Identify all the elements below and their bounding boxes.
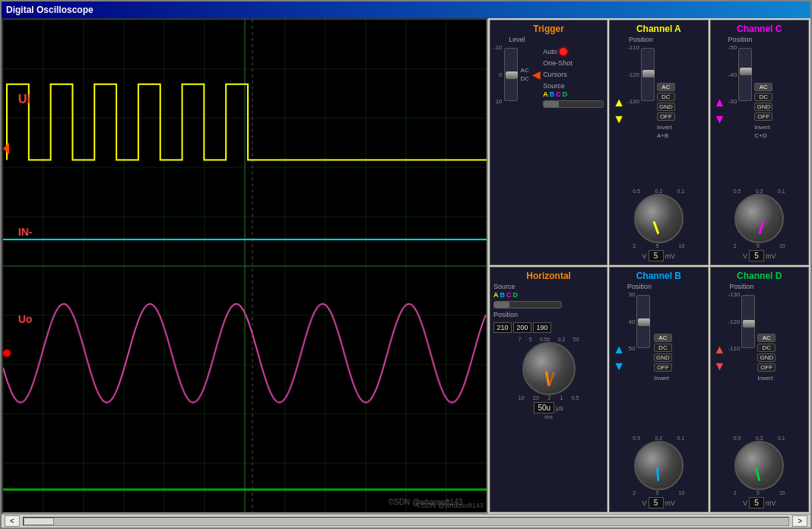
ch-a-slider[interactable]: [641, 48, 655, 101]
horiz-knob-value[interactable]: 50u: [534, 402, 554, 413]
ch-b-gnd[interactable]: GND: [654, 353, 672, 362]
ch-d-invert[interactable]: Invert: [757, 375, 776, 382]
ch-d-01: 0.1: [778, 436, 785, 441]
ch-d-arrow-down[interactable]: ▼: [714, 360, 726, 373]
trigger-source-scroll[interactable]: [543, 100, 604, 108]
ch-c-position: Position -50 -40 -30: [728, 36, 752, 185]
ch-d-knob-value[interactable]: 5: [749, 497, 764, 508]
horiz-src-b[interactable]: B: [500, 291, 506, 299]
ch-c-knob[interactable]: [734, 194, 784, 243]
ch-a-arrow-up[interactable]: ▲: [613, 96, 625, 109]
trigger-title: Trigger: [493, 24, 604, 34]
ch-d-dc[interactable]: DC: [757, 344, 776, 352]
ch-d-10: 10: [779, 490, 785, 496]
ch-d-slider-knob[interactable]: [743, 320, 755, 328]
ch-d-coupling: AC DC GND OFF Invert: [757, 283, 776, 432]
src-c[interactable]: C: [556, 90, 561, 98]
ch-c-gnd[interactable]: GND: [754, 103, 772, 111]
channel-b-section: Channel B ▲ ▼ Position 30 40 50: [609, 267, 708, 512]
ch-b-ac[interactable]: AC: [654, 334, 672, 342]
ch-c-cpd[interactable]: C+D: [754, 132, 772, 139]
ch-d-arrow-up[interactable]: ▲: [714, 343, 726, 356]
ch-b-off[interactable]: OFF: [654, 363, 672, 372]
channel-c-section: Channel C ▲ ▼ Position -50 -40 -30: [710, 20, 809, 265]
h-7: 7: [519, 337, 522, 342]
ch-a-arrow-down[interactable]: ▼: [613, 112, 625, 126]
bottom-scrollbar[interactable]: [23, 517, 789, 526]
ch-c-off[interactable]: OFF: [754, 112, 772, 121]
ch-d-knob[interactable]: [734, 441, 784, 490]
ch-d-gnd[interactable]: GND: [757, 353, 776, 362]
ch-b-arrow-down[interactable]: ▼: [613, 360, 625, 373]
ac-label[interactable]: AC: [521, 67, 530, 74]
ch-a-ac[interactable]: AC: [657, 83, 675, 91]
tick-mid: 0: [493, 71, 503, 78]
ch-a-dc[interactable]: DC: [657, 93, 675, 101]
scroll-right-btn[interactable]: >: [792, 515, 807, 527]
tick-bot: 10: [493, 98, 503, 105]
watermark: ©SDN @whaosoft143: [417, 502, 484, 509]
ch-b-5: 5: [655, 490, 658, 496]
trigger-section: Trigger Level -10 0 10: [490, 20, 607, 265]
ch-a-off[interactable]: OFF: [657, 112, 675, 121]
horiz-pos-2[interactable]: 190: [533, 322, 551, 333]
horiz-scroll-thumb: [494, 302, 509, 308]
trigger-buttons: Auto One-Shot Cursors Source: [543, 48, 604, 108]
h-5: 5: [529, 337, 532, 342]
ch-c-invert[interactable]: Invert: [754, 124, 772, 131]
ch-b-arrow-up[interactable]: ▲: [613, 343, 625, 356]
ch-b-dc[interactable]: DC: [654, 344, 672, 352]
ch-a-apb[interactable]: A+B: [657, 132, 675, 139]
channel-b-controls: ▲ ▼ Position 30 40 50: [613, 283, 704, 432]
horiz-knob-bot: 10 20 2 1 0.5: [519, 395, 579, 401]
src-d[interactable]: D: [563, 90, 568, 98]
horiz-unit: μs: [556, 404, 563, 412]
ch-b-slider[interactable]: [636, 295, 650, 348]
horiz-source-scroll[interactable]: [493, 301, 562, 309]
trigger-controls: Level -10 0 10: [493, 36, 604, 261]
bottom-bar: < >: [2, 514, 810, 527]
ch-c-ac[interactable]: AC: [754, 83, 772, 91]
ch-d-slider[interactable]: [741, 295, 755, 348]
ch-b-slider-knob[interactable]: [638, 318, 650, 326]
auto-led[interactable]: [560, 48, 567, 55]
tick-top: -10: [493, 44, 503, 51]
src-b[interactable]: B: [550, 90, 555, 98]
horiz-src-d[interactable]: D: [513, 291, 519, 299]
ch-b-pos-ctrl: 30 40 50: [629, 291, 651, 352]
ch-c-slider-knob[interactable]: [740, 68, 752, 75]
ch-a-knob-value[interactable]: 5: [649, 250, 664, 261]
ch-b-02: 0.2: [655, 436, 662, 441]
horiz-knob[interactable]: [522, 342, 576, 395]
scroll-left-btn[interactable]: <: [5, 515, 20, 527]
ch-a-knob[interactable]: [634, 194, 684, 243]
ch-b-knob-value[interactable]: 5: [649, 497, 664, 508]
horiz-pos-1[interactable]: 200: [513, 322, 531, 333]
ch-c-arrow-down[interactable]: ▼: [714, 112, 726, 126]
ch-b-knob[interactable]: [634, 441, 684, 490]
ch-c-slider[interactable]: [738, 48, 752, 101]
ch-d-off[interactable]: OFF: [757, 363, 776, 372]
horiz-pos-0[interactable]: 210: [493, 322, 512, 333]
dc-label[interactable]: DC: [521, 75, 530, 82]
h-050: 0.50: [540, 337, 550, 342]
trigger-slider-knob[interactable]: [506, 71, 518, 79]
right-panel: Trigger Level -10 0 10: [488, 18, 810, 514]
ch-c-dc[interactable]: DC: [754, 93, 772, 101]
ch-c-knob-value[interactable]: 5: [749, 250, 764, 261]
ch-c-arrow-up[interactable]: ▲: [714, 96, 726, 109]
horiz-src-c[interactable]: C: [506, 291, 512, 299]
ch-b-tick1: 40: [629, 318, 636, 325]
ch-b-invert[interactable]: Invert: [654, 375, 672, 382]
channel-a-title: Channel A: [613, 24, 704, 34]
ch-d-knob-top: 0.5 0.2 0.1: [734, 436, 785, 441]
ch-a-knob-05: 0.5: [633, 188, 640, 194]
trigger-slider-track[interactable]: [504, 48, 518, 101]
ch-d-ac[interactable]: AC: [757, 334, 776, 342]
ch-a-knob-02: 0.2: [655, 188, 662, 194]
horiz-src-a[interactable]: A: [493, 291, 499, 299]
ch-a-gnd[interactable]: GND: [657, 103, 675, 111]
ch-a-slider-knob[interactable]: [642, 70, 655, 78]
ch-a-invert[interactable]: Invert: [657, 124, 675, 131]
src-a[interactable]: A: [543, 90, 548, 98]
